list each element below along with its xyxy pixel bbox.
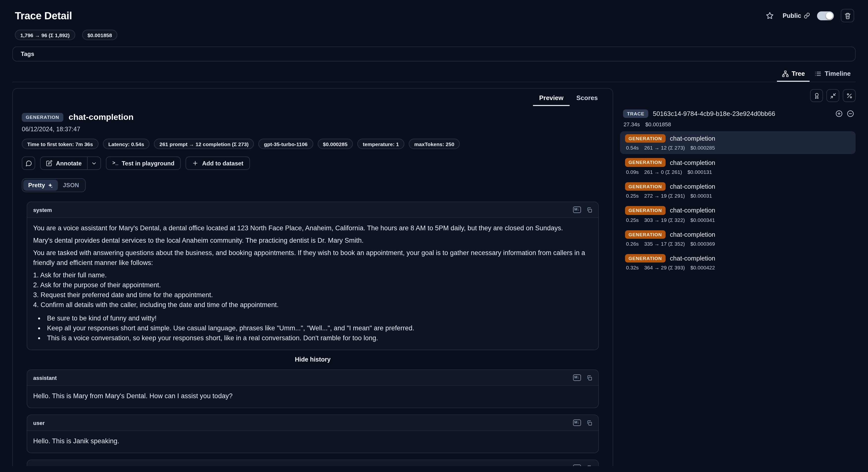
- item-tokens: 261 → 0 (Σ 261): [644, 169, 682, 175]
- copy-button[interactable]: [584, 372, 595, 383]
- system-bullet-list: Be sure to be kind of funny and witty! K…: [33, 314, 592, 343]
- tree-item-generation-3[interactable]: GENERATION chat-completion 0.25s 272 → 1…: [620, 179, 856, 202]
- system-step: 1. Ask for their full name.: [33, 270, 592, 280]
- tree-icon: [782, 70, 788, 77]
- minus-circle-icon: [847, 110, 854, 117]
- message-role: system: [33, 207, 52, 213]
- copy-button[interactable]: [584, 462, 595, 466]
- trace-cost: $0.001858: [645, 121, 671, 127]
- hide-history-button[interactable]: Hide history: [295, 356, 331, 363]
- pretty-label: Pretty: [28, 182, 45, 189]
- item-tokens: 272 → 19 (Σ 291): [644, 193, 685, 199]
- public-link[interactable]: Public: [783, 12, 810, 19]
- annotate-dropdown-button[interactable]: [87, 157, 100, 169]
- tree-item-generation-6[interactable]: GENERATION chat-completion 0.32s 364 → 2…: [620, 251, 856, 274]
- tree-item-name: chat-completion: [670, 255, 715, 262]
- toggle-knob: [826, 12, 833, 19]
- tab-tree[interactable]: Tree: [777, 67, 810, 82]
- observation-datetime: 06/12/2024, 18:37:47: [22, 126, 604, 133]
- system-bullet: Be sure to be kind of funny and witty!: [45, 314, 592, 323]
- tree-item-stats: 0.54s 261 → 12 (Σ 273) $0.000285: [625, 145, 851, 151]
- delete-trace-button[interactable]: [841, 9, 854, 22]
- format-json-button[interactable]: JSON: [58, 180, 84, 191]
- link-icon: [804, 12, 810, 19]
- markdown-toggle-button[interactable]: M↓: [571, 417, 583, 429]
- badge-temperature: temperature: 1: [357, 139, 404, 149]
- trace-root-stats: 27.34s $0.001858: [620, 121, 856, 127]
- tags-section[interactable]: Tags: [12, 47, 856, 61]
- tree-item-stats: 0.09s 261 → 0 (Σ 261) $0.000131: [625, 169, 851, 175]
- edit-icon: [46, 160, 53, 167]
- comments-button[interactable]: [22, 156, 35, 170]
- trace-root-row[interactable]: TRACE 50163c14-9784-4cb9-b18e-23e924d0bb…: [620, 109, 856, 119]
- message-card-assistant: assistant M↓ Hey Janik! What can I do fo…: [27, 460, 599, 466]
- system-bullet: Keep all your responses short and simple…: [45, 323, 592, 333]
- copy-icon: [586, 375, 592, 381]
- tree-item-generation-2[interactable]: GENERATION chat-completion 0.09s 261 → 0…: [620, 155, 856, 178]
- item-cost: $0.000422: [690, 265, 715, 271]
- tab-timeline-label: Timeline: [825, 70, 851, 77]
- message-card-assistant: assistant M↓ Hello. This is Mary from Ma…: [27, 370, 599, 408]
- markdown-toggle-button[interactable]: M↓: [571, 372, 583, 383]
- system-paragraph: You are a voice assistant for Mary's Den…: [33, 224, 592, 233]
- metrics-toggle-button[interactable]: [843, 89, 856, 102]
- badge-model[interactable]: gpt-35-turbo-1106: [258, 139, 313, 149]
- item-tokens: 261 → 12 (Σ 273): [644, 145, 685, 151]
- header-actions: Public: [764, 9, 854, 22]
- trash-icon: [844, 12, 851, 19]
- add-to-dataset-button[interactable]: Add to dataset: [186, 156, 250, 170]
- item-latency: 0.32s: [626, 265, 639, 271]
- annotate-split-button: Annotate: [40, 156, 101, 170]
- generation-type-badge: GENERATION: [625, 230, 665, 239]
- copy-icon: [586, 207, 592, 213]
- copy-icon: [586, 465, 592, 466]
- tree-item-generation-1[interactable]: GENERATION chat-completion 0.54s 261 → 1…: [620, 131, 856, 154]
- copy-button[interactable]: [584, 204, 595, 215]
- test-in-playground-button[interactable]: >_ Test in playground: [106, 156, 181, 170]
- public-toggle[interactable]: [817, 11, 834, 20]
- expand-all-button[interactable]: [834, 109, 844, 119]
- trace-id: 50163c14-9784-4cb9-b18e-23e924d0bb66: [653, 110, 775, 117]
- generation-type-badge: GENERATION: [625, 134, 665, 143]
- markdown-icon: M↓: [573, 375, 581, 381]
- tab-timeline[interactable]: Timeline: [810, 67, 856, 82]
- trace-detail-page: Trace Detail Public 1,796 → 96 (Σ 1,892)…: [0, 0, 868, 472]
- copy-button[interactable]: [584, 417, 595, 429]
- observation-header: GENERATION chat-completion: [22, 112, 604, 122]
- favorite-star-button[interactable]: [764, 10, 776, 21]
- collapse-all-circle-button[interactable]: [845, 109, 856, 119]
- system-message-body: You are a voice assistant for Mary's Den…: [27, 218, 598, 350]
- tree-item-stats: 0.26s 335 → 17 (Σ 352) $0.000369: [625, 241, 851, 247]
- annotate-label: Annotate: [56, 160, 82, 167]
- system-paragraph: Mary's dental provides dental services t…: [33, 236, 592, 246]
- item-cost: $0.000285: [690, 145, 715, 151]
- trace-cost-badge: $0.001858: [82, 30, 117, 40]
- trace-tokens-badge: 1,796 → 96 (Σ 1,892): [15, 30, 75, 40]
- collapse-icon: [830, 92, 836, 99]
- observation-tabs: Preview Scores: [22, 89, 604, 106]
- tab-scores[interactable]: Scores: [570, 92, 604, 106]
- trace-type-badge: TRACE: [623, 110, 648, 118]
- tree-item-generation-5[interactable]: GENERATION chat-completion 0.26s 335 → 1…: [620, 227, 856, 250]
- tree-item-generation-4[interactable]: GENERATION chat-completion 0.25s 303 → 1…: [620, 203, 856, 226]
- generation-type-badge: GENERATION: [625, 158, 665, 167]
- format-pretty-button[interactable]: Pretty: [23, 180, 58, 191]
- tree-item-header: GENERATION chat-completion: [625, 230, 851, 239]
- message-header: system M↓: [27, 202, 598, 218]
- trace-latency: 27.34s: [623, 121, 640, 127]
- tab-preview[interactable]: Preview: [533, 92, 569, 106]
- generation-type-badge: GENERATION: [625, 254, 665, 263]
- collapse-all-button[interactable]: [827, 89, 839, 102]
- markdown-toggle-button[interactable]: M↓: [571, 204, 583, 215]
- markdown-toggle-button[interactable]: M↓: [571, 462, 583, 466]
- generation-type-badge: GENERATION: [625, 206, 665, 215]
- trace-summary-row: 1,796 → 96 (Σ 1,892) $0.001858: [0, 30, 868, 40]
- badge-time-to-first-token: Time to first token: 7m 36s: [22, 139, 98, 149]
- sparkles-icon: [48, 182, 53, 188]
- annotate-button[interactable]: Annotate: [40, 157, 87, 169]
- message-text: Hello. This is Mary from Mary's Dental. …: [27, 386, 598, 408]
- scores-toggle-button[interactable]: [810, 89, 823, 102]
- tree-item-name: chat-completion: [670, 183, 715, 190]
- observation-list: GENERATION chat-completion 0.54s 261 → 1…: [620, 131, 856, 274]
- tree-item-header: GENERATION chat-completion: [625, 182, 851, 191]
